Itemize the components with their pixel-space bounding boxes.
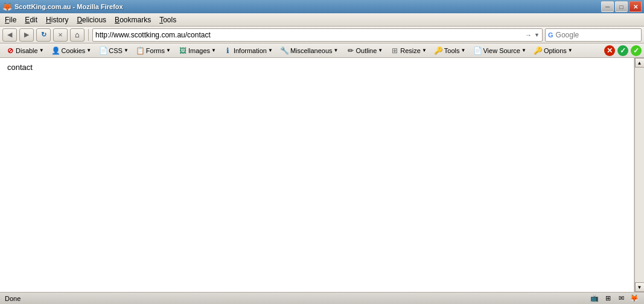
scrollbar-track[interactable]: [635, 68, 645, 282]
scrollbar[interactable]: ▲ ▼: [634, 58, 644, 292]
titlebar-buttons: ─ □ ✕: [601, 1, 642, 12]
information-icon: ℹ: [224, 46, 232, 55]
firefox-icon: 🦊: [2, 2, 12, 11]
disable-label: Disable: [16, 47, 38, 54]
cookies-label: Cookies: [62, 47, 86, 54]
stop-button[interactable]: ×: [53, 28, 68, 42]
url-input[interactable]: [95, 31, 523, 39]
view-source-label: View Source: [483, 47, 520, 54]
cookies-arrow: ▼: [86, 48, 91, 53]
forms-button[interactable]: 📋 Forms ▼: [133, 45, 174, 57]
titlebar-title: ScottKing.com.au - Mozilla Firefox: [14, 3, 123, 10]
valid-icon-2: ✓: [631, 45, 642, 56]
main-area: contact ▲ ▼: [0, 58, 644, 292]
home-button[interactable]: ⌂: [70, 28, 84, 42]
images-icon: 🖼: [179, 46, 187, 55]
scrollbar-down[interactable]: ▼: [635, 282, 645, 292]
miscellaneous-label: Miscellaneous: [290, 47, 333, 54]
cookies-icon: 👤: [52, 46, 60, 55]
css-icon: 📄: [99, 46, 107, 55]
options-icon: 🔑: [534, 46, 543, 55]
menu-history[interactable]: History: [42, 14, 72, 25]
menu-edit[interactable]: Edit: [21, 14, 41, 25]
statusbar: Done 📺 ⊞ ✉ 🦊: [0, 292, 644, 304]
menu-file[interactable]: File: [1, 14, 20, 25]
scrollbar-up[interactable]: ▲: [635, 58, 645, 68]
nav-separator: [88, 29, 89, 41]
miscellaneous-icon: 🔧: [281, 46, 289, 55]
tools-icon: 🔑: [435, 46, 443, 55]
titlebar: 🦊 ScottKing.com.au - Mozilla Firefox ─ □…: [0, 0, 644, 13]
searchbar-container[interactable]: G 🔍: [545, 28, 642, 42]
view-source-icon: 📄: [473, 46, 482, 55]
images-label: Images: [188, 47, 210, 54]
google-logo: G: [548, 31, 553, 39]
tools-arrow: ▼: [461, 48, 466, 53]
page-content: contact: [0, 58, 634, 292]
grid-icon: ⊞: [603, 294, 613, 303]
forms-label: Forms: [146, 47, 165, 54]
resize-button[interactable]: ⊞ Resize ▼: [387, 45, 430, 57]
error-icon: ✕: [604, 45, 615, 56]
minimize-button[interactable]: ─: [601, 1, 614, 12]
maximize-button[interactable]: □: [615, 1, 628, 12]
validation-icons: ✕ ✓ ✓: [604, 45, 642, 56]
cookies-button[interactable]: 👤 Cookies ▼: [48, 45, 95, 57]
outline-button[interactable]: ✏ Outline ▼: [343, 45, 387, 57]
firefox-status-icon: 🦊: [630, 294, 639, 303]
css-label: CSS: [109, 47, 123, 54]
options-label: Options: [544, 47, 567, 54]
options-arrow: ▼: [568, 48, 573, 53]
back-button[interactable]: ◀: [2, 28, 17, 42]
outline-icon: ✏: [346, 46, 355, 55]
css-arrow: ▼: [124, 48, 129, 53]
mail-icon: ✉: [616, 294, 626, 303]
outline-arrow: ▼: [378, 48, 383, 53]
forms-icon: 📋: [136, 46, 145, 55]
refresh-button[interactable]: ↻: [36, 28, 51, 42]
status-text: Done: [5, 295, 21, 302]
forward-button[interactable]: ▶: [19, 28, 34, 42]
web-developer-toolbar: ⊘ Disable ▼ 👤 Cookies ▼ 📄 CSS ▼ 📋 Forms …: [0, 43, 644, 58]
miscellaneous-button[interactable]: 🔧 Miscellaneous ▼: [277, 45, 342, 57]
images-arrow: ▼: [211, 48, 216, 53]
tools-button[interactable]: 🔑 Tools ▼: [431, 45, 470, 57]
close-button[interactable]: ✕: [629, 1, 642, 12]
menu-bookmarks[interactable]: Bookmarks: [111, 14, 155, 25]
view-source-button[interactable]: 📄 View Source ▼: [470, 45, 529, 57]
tools-label: Tools: [444, 47, 460, 54]
information-button[interactable]: ℹ Information ▼: [220, 45, 276, 57]
view-source-arrow: ▼: [521, 48, 526, 53]
css-button[interactable]: 📄 CSS ▼: [95, 45, 132, 57]
disable-button[interactable]: ⊘ Disable ▼: [2, 45, 48, 57]
navbar: ◀ ▶ ↻ × ⌂ → ▼ G 🔍: [0, 27, 644, 43]
images-button[interactable]: 🖼 Images ▼: [175, 45, 220, 57]
search-input[interactable]: [556, 31, 644, 39]
disable-icon: ⊘: [6, 46, 14, 55]
menubar: File Edit History Delicious Bookmarks To…: [0, 13, 644, 27]
status-icons-right: 📺 ⊞ ✉ 🦊: [590, 294, 639, 303]
valid-icon: ✓: [617, 45, 628, 56]
options-button[interactable]: 🔑 Options ▼: [531, 45, 576, 57]
outline-label: Outline: [356, 47, 377, 54]
miscellaneous-arrow: ▼: [334, 48, 339, 53]
information-label: Information: [234, 47, 267, 54]
monitor-icon: 📺: [590, 294, 599, 303]
menu-tools[interactable]: Tools: [156, 14, 180, 25]
resize-arrow: ▼: [422, 48, 427, 53]
information-arrow: ▼: [268, 48, 273, 53]
forms-arrow: ▼: [166, 48, 171, 53]
go-down-arrow[interactable]: ▼: [534, 32, 540, 38]
urlbar-container[interactable]: → ▼: [92, 28, 543, 42]
titlebar-left: 🦊 ScottKing.com.au - Mozilla Firefox: [2, 2, 123, 11]
disable-arrow: ▼: [39, 48, 44, 53]
go-right-arrow[interactable]: →: [525, 31, 532, 39]
resize-label: Resize: [400, 47, 421, 54]
resize-icon: ⊞: [391, 46, 399, 55]
menu-delicious[interactable]: Delicious: [73, 14, 110, 25]
content-text: contact: [7, 63, 33, 72]
